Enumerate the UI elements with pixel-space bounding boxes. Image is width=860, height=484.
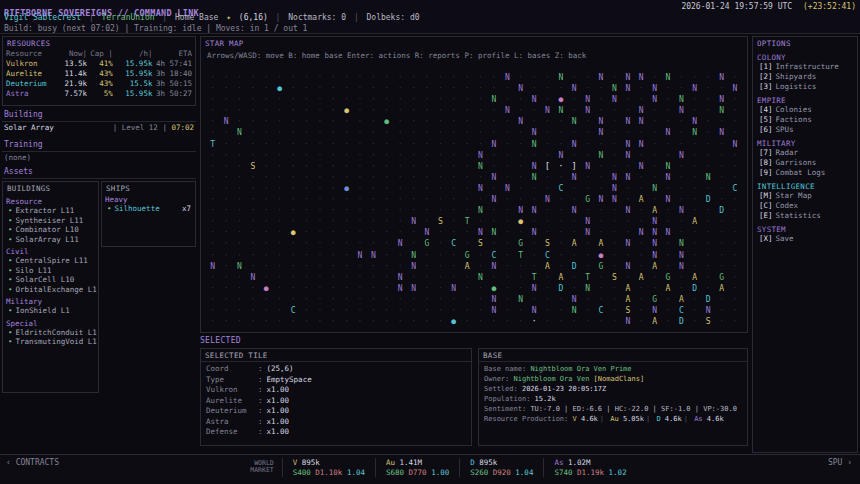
option-factions[interactable]: [5]Factions: [753, 115, 857, 125]
option-save[interactable]: [X]Save: [753, 234, 857, 244]
app-root: RIFTBORNE SOVEREIGNS // COMMAND LINK 202…: [0, 0, 860, 484]
map-cell[interactable]: ·: [635, 316, 648, 327]
map-row: ····················N·····N··N·N···N····: [206, 143, 747, 154]
map-cell[interactable]: N: [621, 316, 634, 327]
base-name-label: Base name:: [484, 365, 526, 373]
map-cell[interactable]: ·: [581, 316, 594, 327]
map-cell[interactable]: ·: [501, 316, 514, 327]
spu-button[interactable]: SPU ›: [828, 458, 852, 467]
option-star-map[interactable]: [M]Star Map: [753, 191, 857, 201]
map-cell[interactable]: ·: [380, 316, 393, 327]
map-cell[interactable]: ·: [715, 316, 728, 327]
option-key: [3]: [759, 82, 773, 91]
map-cell[interactable]: ·: [300, 316, 313, 327]
map-row: ·····●·················N···N··NN·N··N··N: [206, 76, 747, 87]
option-garrisons[interactable]: [8]Garrisons: [753, 158, 857, 168]
resource-row: Astra 7.57k 5% 15.95k 3h 50:27: [3, 89, 195, 99]
ships-title: SHIPS: [102, 182, 195, 194]
map-cell[interactable]: ·: [273, 316, 286, 327]
resource-name: Vulkron: [6, 59, 55, 69]
building-item-label: SolarCell L10: [16, 275, 75, 284]
building-item: •Combinator L10: [3, 225, 98, 235]
map-cell[interactable]: ·: [260, 316, 273, 327]
map-row: ··N·····················N····N····N·N·N·: [206, 120, 747, 131]
map-cell[interactable]: ·: [340, 316, 353, 327]
ship-count: x7: [182, 204, 191, 214]
map-cell[interactable]: ·: [460, 316, 473, 327]
option-key: [9]: [759, 168, 773, 177]
option-label: Garrisons: [776, 158, 817, 167]
option-shipyards[interactable]: [2]Shipyards: [753, 72, 857, 82]
map-cell[interactable]: ·: [420, 316, 433, 327]
base-production-label: Resource Production:: [484, 415, 568, 423]
map-cell[interactable]: ·: [661, 316, 674, 327]
separator: |: [600, 415, 604, 423]
option-infrastructure[interactable]: [1]Infrastructure: [753, 62, 857, 72]
map-cell[interactable]: ·: [286, 316, 299, 327]
map-cell[interactable]: ·: [407, 316, 420, 327]
production-value: 4.6k: [581, 415, 598, 423]
market-supply: S740: [554, 468, 572, 477]
option-statistics[interactable]: [E]Statistics: [753, 211, 857, 221]
map-cell[interactable]: ·: [474, 316, 487, 327]
map-cell[interactable]: ·: [219, 316, 232, 327]
building-item-label: IonShield L1: [16, 306, 70, 315]
map-row: ·N···········●·········N···N·N·NN···N···: [206, 109, 747, 120]
base-sentiment-line: Sentiment: TU:-7.0 | ED:-6.6 | HC:-22.0 …: [479, 404, 747, 414]
contracts-button[interactable]: ‹ CONTRACTS: [6, 458, 59, 467]
base-production-line: Resource Production: V 4.6k| Au 5.05k| D…: [479, 414, 747, 424]
separator: |: [89, 13, 94, 22]
option-combat-logs[interactable]: [9]Combat Logs: [753, 168, 857, 178]
map-row: ··········●···········N··NN·N···N··N··N·: [206, 98, 747, 109]
map-cell[interactable]: ·: [594, 316, 607, 327]
colon: :: [258, 427, 263, 438]
map-cell[interactable]: ·: [554, 316, 567, 327]
base-population-label: Population:: [484, 395, 530, 403]
option-colonies[interactable]: [4]Colonies: [753, 105, 857, 115]
starmap-grid[interactable]: ······················N···N··N·NN·N···N·…: [206, 65, 747, 320]
market-amount: 895k: [479, 458, 497, 467]
map-cell[interactable]: ·: [514, 316, 527, 327]
map-cell[interactable]: ·: [206, 316, 219, 327]
dolbeks-counter: Dolbeks: d0: [367, 13, 420, 22]
option-radar[interactable]: [7]Radar: [753, 148, 857, 158]
market-ratio: 1.02: [609, 468, 627, 477]
map-cell[interactable]: ·: [728, 316, 741, 327]
training-section-header: Training: [2, 140, 196, 152]
map-cell[interactable]: S: [701, 316, 714, 327]
map-cell[interactable]: ·: [688, 316, 701, 327]
building-item: •IonShield L1: [3, 306, 98, 316]
option-logistics[interactable]: [3]Logistics: [753, 82, 857, 92]
map-cell[interactable]: ·: [246, 316, 259, 327]
tile-row-vulkron: Vulkron:x1.00: [201, 385, 471, 396]
map-cell[interactable]: ·: [541, 316, 554, 327]
resource-name: Aurelite: [6, 69, 55, 79]
map-cell[interactable]: ·: [367, 316, 380, 327]
map-cell[interactable]: ·: [313, 316, 326, 327]
map-cell[interactable]: ·: [527, 316, 540, 327]
bullet-icon: •: [8, 275, 13, 284]
resource-name: Deuterium: [6, 79, 55, 89]
building-item-label: OrbitalExchange L1: [16, 285, 97, 294]
tile-label: Coord: [206, 364, 258, 375]
map-cell[interactable]: ·: [608, 316, 621, 327]
map-cell[interactable]: ·: [568, 316, 581, 327]
map-cell[interactable]: ·: [487, 316, 500, 327]
option-spus[interactable]: [6]SPUs: [753, 125, 857, 135]
market-line2: S740 D1.19k 1.02: [554, 468, 626, 478]
map-cell[interactable]: ·: [353, 316, 366, 327]
map-cell[interactable]: ●: [447, 316, 460, 327]
map-cell[interactable]: ·: [434, 316, 447, 327]
status-line: Build: busy (next 07:02) | Training: idl…: [4, 24, 307, 33]
option-codex[interactable]: [C]Codex: [753, 201, 857, 211]
tile-row-defense: Defense:x1.00: [201, 427, 471, 438]
map-cell[interactable]: ·: [327, 316, 340, 327]
tile-row-astra: Astra:x1.00: [201, 417, 471, 428]
map-cell[interactable]: A: [648, 316, 661, 327]
map-cell[interactable]: ·: [233, 316, 246, 327]
building-item-label: CentralSpire L11: [16, 256, 88, 265]
map-row: ·····················N··N··N··NN··N··N··: [206, 165, 747, 176]
map-cell[interactable]: ·: [393, 316, 406, 327]
map-cell[interactable]: D: [675, 316, 688, 327]
ship-name: Silhouette: [115, 204, 160, 213]
